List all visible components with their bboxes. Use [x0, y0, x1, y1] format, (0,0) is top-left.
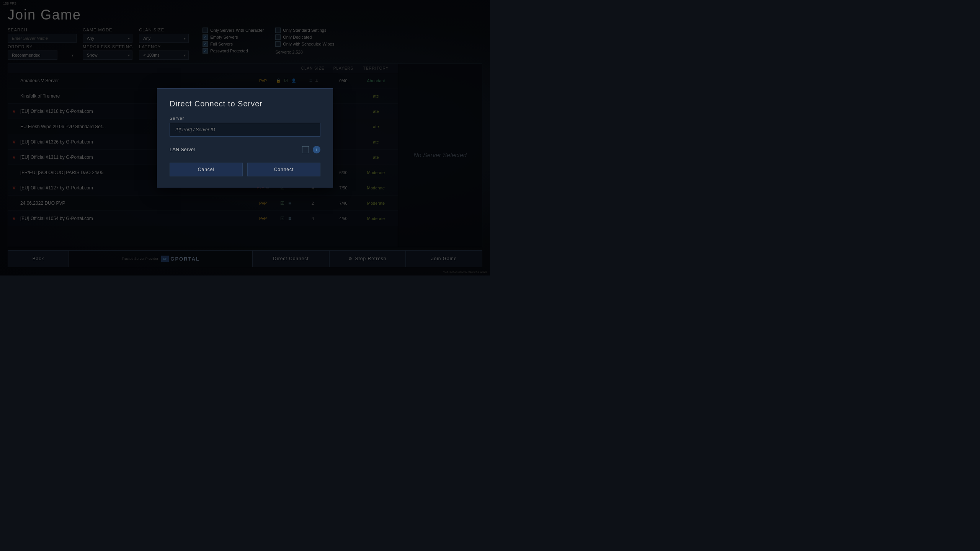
- modal-info-icon[interactable]: i: [313, 146, 320, 153]
- modal-server-label: Server: [170, 116, 320, 121]
- modal-lan-checkbox[interactable]: [302, 146, 309, 153]
- modal-buttons: Cancel Connect: [170, 163, 320, 176]
- modal-title: Direct Connect to Server: [170, 99, 320, 108]
- modal-connect-button[interactable]: Connect: [247, 163, 320, 176]
- modal-overlay: Direct Connect to Server Server LAN Serv…: [0, 0, 490, 276]
- modal-server-input[interactable]: [170, 123, 320, 137]
- modal-lan-label: LAN Server: [170, 147, 298, 152]
- modal-lan-row: LAN Server i: [170, 146, 320, 153]
- modal-cancel-button[interactable]: Cancel: [170, 163, 243, 176]
- direct-connect-modal: Direct Connect to Server Server LAN Serv…: [157, 88, 333, 187]
